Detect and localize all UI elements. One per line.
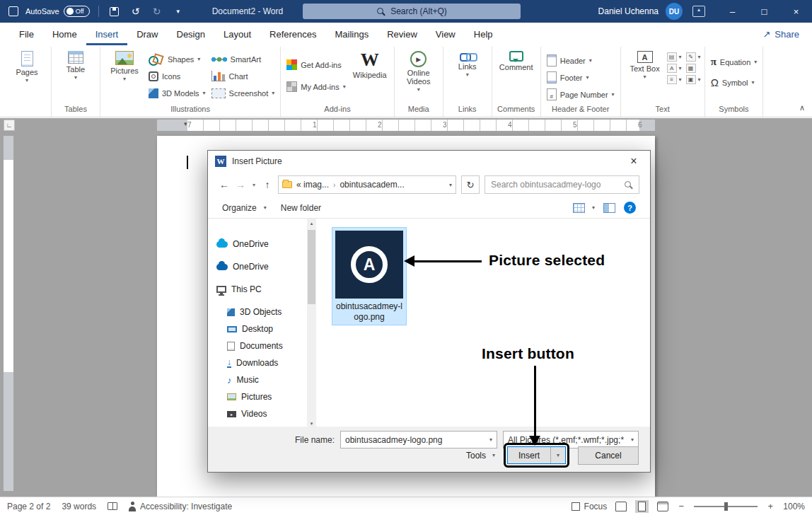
- my-addins-button[interactable]: My Add-ins ▾: [284, 79, 347, 94]
- zoom-slider[interactable]: [694, 506, 758, 507]
- sidebar-item-pictures[interactable]: Pictures: [208, 388, 307, 405]
- preview-pane-icon[interactable]: [603, 203, 615, 213]
- header-button[interactable]: Header ▾: [545, 53, 617, 68]
- print-layout-icon[interactable]: [635, 500, 649, 513]
- signature-line-button[interactable]: ✎▾: [686, 52, 701, 62]
- sidebar-scrollbar[interactable]: ▴ ▾: [307, 219, 316, 428]
- dialog-title-bar[interactable]: W Insert Picture ×: [208, 151, 650, 172]
- scroll-up-icon[interactable]: ▴: [307, 219, 316, 228]
- tab-home[interactable]: Home: [43, 23, 86, 45]
- close-button[interactable]: ×: [780, 0, 812, 23]
- sidebar-item-3d-objects[interactable]: 3D Objects: [208, 303, 307, 320]
- tab-design[interactable]: Design: [168, 23, 214, 45]
- save-icon[interactable]: [108, 4, 122, 18]
- table-button[interactable]: Table ▾: [55, 49, 96, 82]
- scrollbar-thumb[interactable]: [308, 230, 315, 304]
- accessibility-status[interactable]: Accessibility: Investigate: [129, 502, 232, 511]
- share-button[interactable]: ↗ Share: [762, 23, 799, 45]
- links-button[interactable]: Links ▾: [447, 49, 488, 79]
- zoom-out-icon[interactable]: −: [677, 501, 685, 511]
- dialog-search-input[interactable]: Search obintusacadmey-logo: [485, 175, 639, 194]
- user-name[interactable]: Daniel Uchenna: [598, 6, 659, 16]
- sidebar-item-documents[interactable]: Documents: [208, 337, 307, 354]
- horizontal-ruler[interactable]: ∟ ▾ 1 2 3 4 5 6 7: [0, 118, 812, 133]
- smartart-button[interactable]: SmartArt: [209, 52, 277, 66]
- address-bar[interactable]: « imag... › obintusacadem... ▾: [278, 175, 456, 194]
- help-icon[interactable]: ?: [624, 202, 636, 214]
- chevron-down-icon[interactable]: ▾: [628, 437, 634, 442]
- up-icon[interactable]: ↑: [262, 179, 273, 190]
- insert-dropdown-icon[interactable]: ▾: [550, 447, 565, 463]
- focus-button[interactable]: Focus: [572, 502, 608, 511]
- wordart-button[interactable]: A▾: [667, 64, 682, 73]
- pictures-button[interactable]: Pictures ▾: [104, 49, 145, 83]
- get-addins-button[interactable]: Get Add-ins: [284, 57, 347, 72]
- sidebar-item-this-pc[interactable]: This PC: [208, 281, 307, 298]
- tab-view[interactable]: View: [427, 23, 465, 45]
- sidebar-item-music[interactable]: ♪Music: [208, 371, 307, 388]
- recent-locations-chevron-icon[interactable]: ▾: [251, 182, 257, 188]
- screenshot-button[interactable]: Screenshot ▾: [209, 86, 277, 100]
- tab-mailings[interactable]: Mailings: [326, 23, 378, 45]
- read-mode-icon[interactable]: [615, 502, 627, 511]
- vertical-ruler[interactable]: [4, 136, 13, 491]
- drop-cap-button[interactable]: ≡▾: [667, 75, 682, 84]
- tab-references[interactable]: References: [260, 23, 325, 45]
- selected-picture-tile[interactable]: A obintusacadmey-logo.png: [332, 227, 407, 325]
- wikipedia-button[interactable]: W Wikipedia: [349, 49, 390, 81]
- web-layout-icon[interactable]: [657, 502, 668, 511]
- maximize-button[interactable]: □: [748, 0, 780, 23]
- avatar[interactable]: DU: [666, 3, 683, 20]
- minimize-button[interactable]: –: [717, 0, 748, 23]
- zoom-level[interactable]: 100%: [783, 502, 805, 511]
- symbol-button[interactable]: Ω Symbol ▾: [709, 75, 760, 90]
- chevron-down-icon[interactable]: ▾: [487, 437, 492, 442]
- 3d-models-button[interactable]: 3D Models ▾: [146, 86, 208, 100]
- refresh-icon[interactable]: ↻: [461, 175, 480, 194]
- online-videos-button[interactable]: ▶ Online Videos ▾: [398, 49, 439, 94]
- sidebar-item-videos[interactable]: ▸Videos: [208, 405, 307, 422]
- tab-review[interactable]: Review: [378, 23, 427, 45]
- file-list-area[interactable]: A obintusacadmey-logo.png: [316, 219, 650, 428]
- tab-file[interactable]: File: [10, 23, 43, 45]
- icons-button[interactable]: Icons: [146, 69, 208, 83]
- word-count[interactable]: 39 words: [62, 502, 96, 511]
- text-box-button[interactable]: A Text Box ▾: [625, 49, 666, 81]
- comment-button[interactable]: Comment: [496, 49, 537, 74]
- zoom-in-icon[interactable]: +: [766, 501, 775, 511]
- equation-button[interactable]: π Equation ▾: [709, 54, 760, 69]
- organize-button[interactable]: Organize ▾: [222, 203, 267, 213]
- undo-icon[interactable]: ↺: [129, 4, 143, 18]
- shapes-button[interactable]: Shapes ▾: [146, 52, 208, 66]
- tab-draw[interactable]: Draw: [127, 23, 167, 45]
- tab-selector-icon[interactable]: ∟: [4, 120, 15, 131]
- breadcrumb-folder[interactable]: obintusacadem...: [340, 180, 404, 190]
- change-view-button[interactable]: ▾: [573, 203, 595, 213]
- insert-button[interactable]: Insert ▾: [507, 446, 566, 464]
- tools-button[interactable]: Tools ▾: [466, 451, 495, 461]
- indent-marker-icon[interactable]: ▾: [184, 120, 187, 127]
- redo-icon[interactable]: ↻: [150, 4, 164, 18]
- object-button[interactable]: ▣▾: [686, 75, 701, 84]
- proofing-icon[interactable]: [108, 502, 117, 510]
- tab-help[interactable]: Help: [465, 23, 502, 45]
- autosave-toggle[interactable]: AutoSave Off: [25, 6, 90, 17]
- cancel-button[interactable]: Cancel: [578, 446, 639, 465]
- ribbon-display-options-icon[interactable]: ▴: [692, 6, 705, 17]
- tab-insert[interactable]: Insert: [86, 23, 128, 45]
- page-indicator[interactable]: Page 2 of 2: [7, 502, 50, 511]
- back-icon[interactable]: ←: [219, 179, 230, 190]
- sidebar-item-onedrive-personal[interactable]: OneDrive: [208, 236, 307, 253]
- forward-icon[interactable]: →: [235, 179, 246, 190]
- date-time-button[interactable]: ▦: [686, 64, 701, 73]
- zoom-slider-thumb[interactable]: [724, 502, 728, 511]
- footer-button[interactable]: Footer ▾: [545, 70, 617, 85]
- quick-access-chevron-icon[interactable]: ▾: [171, 4, 185, 18]
- address-dropdown-icon[interactable]: ▾: [449, 183, 452, 187]
- chart-button[interactable]: Chart: [209, 69, 277, 83]
- pages-button[interactable]: Pages ▾: [6, 49, 47, 85]
- tab-layout[interactable]: Layout: [214, 23, 260, 45]
- sidebar-item-onedrive[interactable]: OneDrive: [208, 258, 307, 275]
- dialog-close-button[interactable]: ×: [617, 151, 650, 172]
- collapse-ribbon-icon[interactable]: ∧: [799, 103, 805, 112]
